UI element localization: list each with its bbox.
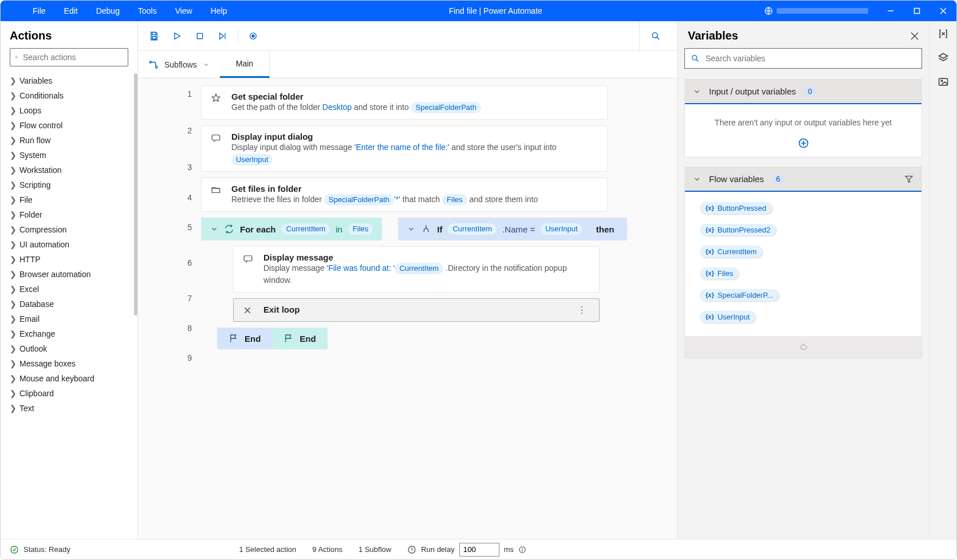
- actions-category[interactable]: ❯Compression: [1, 222, 137, 237]
- actions-category[interactable]: ❯Mouse and keyboard: [1, 371, 137, 386]
- variable-token[interactable]: Files: [442, 194, 467, 206]
- chevron-down-icon: [203, 61, 210, 68]
- flow-variables-header[interactable]: Flow variables 6: [685, 167, 921, 192]
- run-button[interactable]: [167, 26, 187, 46]
- actions-category[interactable]: ❯Loops: [1, 103, 137, 118]
- actions-category[interactable]: ❯Exchange: [1, 326, 137, 341]
- actions-category[interactable]: ❯Email: [1, 311, 137, 326]
- flow-variable-row[interactable]: {x}Files: [704, 265, 913, 281]
- tab-main[interactable]: Main: [220, 51, 270, 78]
- io-variables-header[interactable]: Input / output variables 0: [685, 80, 921, 104]
- actions-category[interactable]: ❯Workstation: [1, 163, 137, 178]
- actions-category[interactable]: ❯File: [1, 192, 137, 207]
- menu-edit[interactable]: Edit: [55, 1, 87, 21]
- actions-category[interactable]: ❯Database: [1, 297, 137, 311]
- menu-file[interactable]: File: [23, 1, 55, 21]
- variable-token[interactable]: UserInput: [541, 223, 582, 235]
- flow-variable-row[interactable]: {x}SpecialFolderP...: [704, 287, 913, 303]
- actions-category[interactable]: ❯Conditionals: [1, 88, 137, 103]
- flow-variables-filter-button[interactable]: [904, 175, 913, 184]
- actions-category[interactable]: ❯Run flow: [1, 133, 137, 148]
- actions-category[interactable]: ❯System: [1, 148, 137, 163]
- keyword: If: [437, 224, 442, 234]
- app-window: File Edit Debug Tools View Help Find fil…: [0, 0, 957, 560]
- actions-category[interactable]: ❯UI automation: [1, 237, 137, 252]
- step-button[interactable]: [212, 26, 233, 46]
- variable-token[interactable]: CurrentItem: [448, 223, 497, 235]
- variables-search-box[interactable]: [684, 48, 922, 69]
- add-io-variable-button[interactable]: [694, 137, 912, 149]
- maximize-button[interactable]: [904, 1, 930, 21]
- actions-category[interactable]: ❯Clipboard: [1, 386, 137, 401]
- end-foreach-block[interactable]: End: [272, 328, 327, 349]
- save-button[interactable]: [144, 26, 164, 46]
- variable-token[interactable]: CurrentItem: [395, 263, 443, 274]
- info-icon[interactable]: [518, 546, 526, 554]
- flow-steps-area[interactable]: 123456789 Get special folderGet the path…: [138, 78, 677, 539]
- menu-tools[interactable]: Tools: [129, 1, 166, 21]
- actions-category[interactable]: ❯Message boxes: [1, 356, 137, 371]
- record-button[interactable]: [243, 26, 263, 46]
- step-card[interactable]: Display messageDisplay message 'File was…: [233, 246, 600, 293]
- images-rail-button[interactable]: [938, 76, 949, 88]
- variable-token[interactable]: SpecialFolderPath: [411, 102, 481, 113]
- variable-chip[interactable]: {x}SpecialFolderP...: [700, 289, 779, 301]
- actions-category[interactable]: ❯Browser automation: [1, 267, 137, 282]
- actions-category-list[interactable]: ❯Variables❯Conditionals❯Loops❯Flow contr…: [1, 73, 137, 539]
- chevron-right-icon: ❯: [10, 76, 15, 85]
- foreach-block[interactable]: For each CurrentItem in Files: [201, 218, 382, 240]
- flow-variable-row[interactable]: {x}CurrentItem: [704, 243, 913, 259]
- chevron-right-icon: ❯: [10, 225, 15, 234]
- actions-category[interactable]: ❯Flow control: [1, 118, 137, 133]
- variables-search-input[interactable]: [706, 54, 916, 63]
- stop-button[interactable]: [190, 26, 210, 46]
- keyword-in: in: [336, 224, 342, 234]
- actions-search-input[interactable]: [23, 53, 123, 62]
- variable-chip[interactable]: {x}ButtonPressed: [700, 202, 772, 214]
- actions-category[interactable]: ❯Scripting: [1, 178, 137, 192]
- menu-view[interactable]: View: [166, 1, 202, 21]
- flow-variable-row[interactable]: {x}ButtonPressed: [704, 200, 913, 216]
- step-card[interactable]: Exit loop⋮: [233, 298, 600, 322]
- step-card[interactable]: Get files in folderRetrieve the files in…: [201, 178, 608, 212]
- svg-marker-18: [212, 94, 220, 101]
- literal-value: 'File was found at: ': [327, 263, 395, 273]
- variables-rail-button[interactable]: [938, 28, 949, 40]
- variable-token[interactable]: UserInput: [231, 154, 273, 165]
- if-block[interactable]: If CurrentItem .Name = UserInput then: [398, 218, 627, 240]
- actions-category[interactable]: ❯HTTP: [1, 252, 137, 267]
- variable-token[interactable]: Files: [348, 223, 373, 235]
- collapse-button[interactable]: [210, 225, 218, 233]
- actions-category[interactable]: ❯Text: [1, 401, 137, 416]
- svg-point-38: [11, 546, 18, 553]
- variable-chip[interactable]: {x}UserInput: [700, 311, 755, 323]
- clear-variables-button[interactable]: [685, 336, 921, 358]
- actions-category[interactable]: ❯Variables: [1, 73, 137, 88]
- actions-category[interactable]: ❯Excel: [1, 282, 137, 297]
- run-delay-input[interactable]: [459, 543, 499, 557]
- canvas-search-button[interactable]: [639, 21, 671, 50]
- actions-category[interactable]: ❯Outlook: [1, 341, 137, 356]
- step-card[interactable]: Display input dialogDisplay input dialog…: [201, 125, 608, 172]
- end-if-block[interactable]: End: [217, 328, 272, 349]
- variable-chip[interactable]: {x}CurrentItem: [700, 246, 762, 258]
- variable-chip[interactable]: {x}ButtonPressed2: [700, 224, 776, 236]
- subflows-dropdown[interactable]: Subflows: [138, 51, 220, 78]
- actions-search-box[interactable]: [10, 48, 128, 66]
- menu-help[interactable]: Help: [202, 1, 237, 21]
- step-card[interactable]: Get special folderGet the path of the fo…: [201, 85, 608, 120]
- actions-category[interactable]: ❯Folder: [1, 207, 137, 222]
- menu-debug[interactable]: Debug: [87, 1, 129, 21]
- flow-variable-row[interactable]: {x}ButtonPressed2: [704, 222, 913, 238]
- flow-variable-row[interactable]: {x}UserInput: [704, 309, 913, 325]
- step-more-button[interactable]: ⋮: [574, 305, 590, 316]
- variable-token[interactable]: CurrentItem: [282, 223, 330, 235]
- collapse-button[interactable]: [407, 225, 415, 233]
- variable-token[interactable]: SpecialFolderPath: [324, 194, 394, 206]
- minimize-button[interactable]: [877, 1, 904, 21]
- layers-rail-button[interactable]: [938, 52, 949, 64]
- environment-picker[interactable]: [755, 6, 877, 15]
- variables-close-button[interactable]: [911, 32, 919, 40]
- variable-chip[interactable]: {x}Files: [700, 267, 739, 279]
- close-button[interactable]: [930, 1, 956, 21]
